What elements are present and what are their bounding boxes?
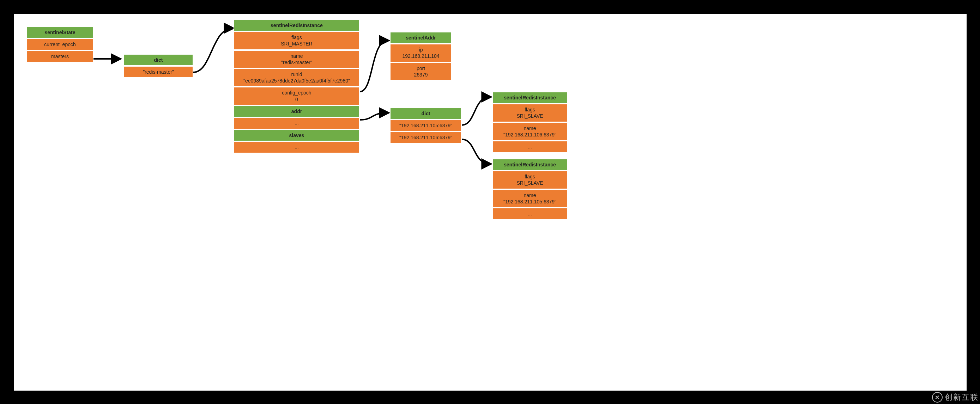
watermark-icon: ✕ xyxy=(932,392,943,402)
dict-masters-box: dict "redis-master" xyxy=(124,54,193,78)
instance-slave-2-name: name "192.168.211.105:6379" xyxy=(492,189,568,208)
instance-slave-2-flags: flags SRI_SLAVE xyxy=(492,171,568,189)
watermark: ✕ 创新互联 xyxy=(932,392,978,402)
dict-slaves-row-0: "192.168.211.105:6379" xyxy=(390,119,462,131)
instance-slave-1-name: name "192.168.211.106:6379" xyxy=(492,122,568,141)
instance-slave-1-flags: flags SRI_SLAVE xyxy=(492,104,568,122)
dict-slaves-title: dict xyxy=(390,108,462,119)
instance-master-config-epoch: config_epoch 0 xyxy=(234,87,360,105)
instance-master-flags: flags SRI_MASTER xyxy=(234,32,360,50)
instance-master-addr-ellipsis: ... xyxy=(234,117,360,129)
sentinel-addr-ip: ip 192.168.211.104 xyxy=(390,44,452,62)
sentinel-state-box: sentinelState current_epoch masters xyxy=(27,27,94,63)
instance-master-addr-label: addr xyxy=(234,105,360,117)
instance-slave-1-title: sentinelRedisInstance xyxy=(492,92,568,104)
watermark-text: 创新互联 xyxy=(945,392,978,402)
diagram-canvas: sentinelState current_epoch masters dict… xyxy=(14,14,967,391)
sentinel-state-title: sentinelState xyxy=(27,27,94,38)
dict-slaves-box: dict "192.168.211.105:6379" "192.168.211… xyxy=(390,108,462,144)
instance-master-slaves-ellipsis: ... xyxy=(234,141,360,153)
sentinel-state-row-epoch: current_epoch xyxy=(27,38,94,51)
dict-masters-row-0: "redis-master" xyxy=(124,66,193,78)
dict-slaves-row-1: "192.168.211.106:6379" xyxy=(390,131,462,144)
instance-slave-1-ell: ... xyxy=(492,141,568,153)
instance-slave-2-title: sentinelRedisInstance xyxy=(492,158,568,171)
sentinel-addr-port: port 26379 xyxy=(390,62,452,81)
sentinel-addr-title: sentinelAddr xyxy=(390,32,452,44)
instance-master-title: sentinelRedisInstance xyxy=(234,19,360,32)
instance-slave-2-box: sentinelRedisInstance flags SRI_SLAVE na… xyxy=(492,158,568,220)
sentinel-addr-box: sentinelAddr ip 192.168.211.104 port 263… xyxy=(390,32,452,81)
instance-slave-2-ell: ... xyxy=(492,208,568,220)
dict-masters-title: dict xyxy=(124,54,193,66)
page-root: sentinelState current_epoch masters dict… xyxy=(0,0,980,404)
instance-master-slaves-label: slaves xyxy=(234,129,360,141)
instance-master-name: name "redis-master" xyxy=(234,50,360,68)
instance-slave-1-box: sentinelRedisInstance flags SRI_SLAVE na… xyxy=(492,92,568,153)
instance-master-box: sentinelRedisInstance flags SRI_MASTER n… xyxy=(234,19,360,153)
sentinel-state-row-masters: masters xyxy=(27,51,94,62)
instance-master-runid: runid "ee0989afaa2578dde27da0f5e2aa0f4f5… xyxy=(234,68,360,87)
